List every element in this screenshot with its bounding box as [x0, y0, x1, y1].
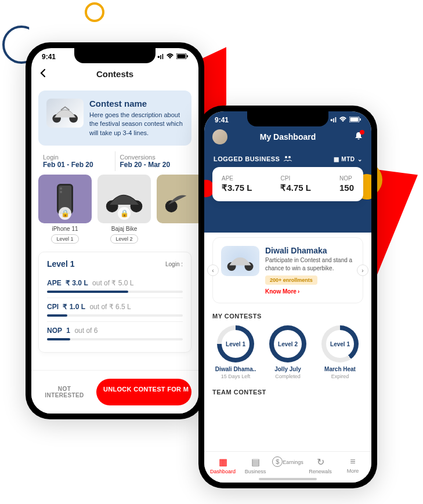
- stat-label: APE: [222, 175, 252, 182]
- svg-rect-14: [360, 118, 361, 121]
- section-title: MY CONTESTS: [212, 313, 363, 320]
- contest-status: 15 Days Left: [212, 374, 259, 379]
- home-indicator: [259, 478, 317, 480]
- contest-status: Completed: [265, 374, 311, 379]
- not-interested-button[interactable]: NOT INTERESTED: [38, 379, 91, 405]
- carousel-next-button[interactable]: ›: [357, 264, 368, 276]
- back-button[interactable]: [39, 67, 46, 81]
- metric-rest: out of ₹ 6.5 L: [89, 303, 131, 311]
- prize-image-bike: 🔒: [97, 175, 151, 223]
- progress-ring: Level 1: [217, 325, 254, 362]
- prize-image: [157, 175, 198, 223]
- progress-bar: [47, 338, 183, 340]
- page-title: Contests: [96, 69, 133, 79]
- contest-dates: Login Feb 01 - Feb 20 Conversions Feb 20…: [38, 151, 191, 171]
- metric-row: CPI ₹ 1.0 L out of ₹ 6.5 L: [47, 298, 183, 322]
- stat-value: 150: [339, 183, 354, 193]
- prize-item[interactable]: [157, 175, 198, 244]
- svg-point-15: [285, 156, 287, 158]
- progress-bar: [47, 291, 183, 293]
- signal-icon: •ıl: [330, 116, 337, 124]
- battery-icon: [349, 116, 361, 124]
- prize-level: Level 2: [110, 234, 138, 244]
- tab-more[interactable]: ≡More: [337, 456, 369, 474]
- svg-rect-2: [187, 55, 188, 57]
- metric-name: CPI: [47, 303, 59, 311]
- period-selector[interactable]: ▦ MTD ⌄: [334, 156, 362, 162]
- level-title: Level 1: [47, 259, 74, 269]
- contest-image: [221, 246, 259, 276]
- earnings-icon: $: [272, 456, 283, 467]
- wifi-icon: [166, 53, 174, 61]
- svg-rect-13: [350, 118, 359, 122]
- renewals-icon: ↻: [304, 456, 337, 467]
- period-value: MTD: [341, 156, 355, 162]
- status-time: 9:41: [215, 116, 229, 124]
- know-more-link[interactable]: Know More ›: [265, 288, 355, 295]
- metric-rest: out of 6: [74, 327, 97, 335]
- stat-value: ₹3.75 L: [222, 183, 252, 193]
- prize-level: Level 1: [51, 234, 78, 244]
- metric-name: APE: [47, 279, 62, 287]
- wifi-icon: [339, 116, 347, 124]
- dashboard-icon: ▦: [207, 456, 239, 467]
- carousel-prev-button[interactable]: ‹: [207, 264, 219, 276]
- lock-icon: 🔒: [118, 207, 131, 220]
- section-title: TEAM CONTEST: [212, 389, 363, 396]
- stat-label: NOP: [339, 175, 354, 182]
- conversion-date-value: Feb 20 - Mar 20: [120, 161, 187, 169]
- enrollment-badge: 200+ enrollments: [265, 275, 317, 285]
- progress-bar: [47, 314, 183, 317]
- status-time: 9:41: [42, 53, 56, 61]
- svg-rect-1: [178, 55, 186, 59]
- contest-item[interactable]: Level 2 Jolly July Completed: [265, 325, 311, 379]
- stats-card: APE₹3.75 L CPI₹4.75 L NOP150: [212, 167, 363, 201]
- notifications-button[interactable]: [354, 131, 363, 143]
- prize-item[interactable]: 🔒 iPhone 11 Level 1: [38, 175, 92, 244]
- metric-row: APE ₹ 3.0 L out of ₹ 5.0 L: [47, 274, 183, 298]
- phone-notch: [74, 48, 156, 63]
- svg-point-8: [60, 191, 62, 193]
- avatar[interactable]: [212, 129, 227, 144]
- conversion-date-label: Conversions: [120, 154, 187, 161]
- phone-contests: 9:41 •ıl Contests Contest name: [26, 42, 204, 419]
- section-label: LOGGED BUSINESS: [214, 155, 280, 162]
- metric-row: NOP 1 out of 6: [47, 322, 183, 345]
- phone-notch: [247, 111, 328, 126]
- featured-contest-card[interactable]: ‹ › Diwali Dhamaka Participate in Contes…: [212, 237, 363, 303]
- contest-desc: Here goes the description about the fest…: [89, 111, 183, 137]
- metric-value: ₹ 3.0 L: [66, 279, 88, 287]
- prize-carousel[interactable]: 🔒 iPhone 11 Level 1 🔒 Bajaj Bike Level 2: [31, 175, 198, 244]
- contest-item[interactable]: Level 1 Diwali Dhama.. 15 Days Left: [212, 325, 259, 379]
- metric-rest: out of ₹ 5.0 L: [92, 279, 133, 287]
- lock-icon: 🔒: [59, 207, 71, 220]
- svg-point-16: [288, 156, 291, 158]
- level-subtitle: Login :: [165, 261, 183, 267]
- metric-value: ₹ 1.0 L: [63, 303, 85, 311]
- business-icon: ▤: [239, 456, 272, 467]
- prize-label: iPhone 11: [38, 226, 92, 232]
- unlock-contest-button[interactable]: UNLOCK CONTEST FOR M: [96, 379, 191, 405]
- prize-item[interactable]: 🔒 Bajaj Bike Level 2: [97, 175, 151, 244]
- my-contests-list: Level 1 Diwali Dhama.. 15 Days Left Leve…: [212, 325, 363, 379]
- svg-point-7: [60, 187, 62, 190]
- chevron-right-icon: ›: [298, 288, 299, 295]
- contest-banner[interactable]: Contest name Here goes the description a…: [38, 90, 191, 146]
- progress-ring: Level 1: [321, 325, 359, 362]
- contest-item[interactable]: Level 1 March Heat Expired: [317, 325, 363, 379]
- contest-name: March Heat: [317, 366, 363, 372]
- progress-ring: Level 2: [269, 325, 306, 362]
- tab-business[interactable]: ▤Business: [239, 456, 272, 474]
- login-date-label: Login: [43, 154, 110, 161]
- metric-value: 1: [66, 327, 70, 335]
- tab-dashboard[interactable]: ▦Dashboard: [207, 456, 239, 474]
- chevron-down-icon: ⌄: [357, 156, 363, 162]
- tab-earnings[interactable]: $Earnings: [272, 456, 304, 474]
- contest-desc: Participate in Contest and stand a chanc…: [265, 256, 355, 272]
- contest-title: Diwali Dhamaka: [265, 246, 355, 255]
- contest-image: [46, 99, 84, 128]
- calendar-icon: ▦: [334, 156, 339, 162]
- contest-name: Contest name: [89, 99, 183, 108]
- stat-value: ₹4.75 L: [280, 183, 311, 193]
- tab-renewals[interactable]: ↻Renewals: [304, 456, 337, 474]
